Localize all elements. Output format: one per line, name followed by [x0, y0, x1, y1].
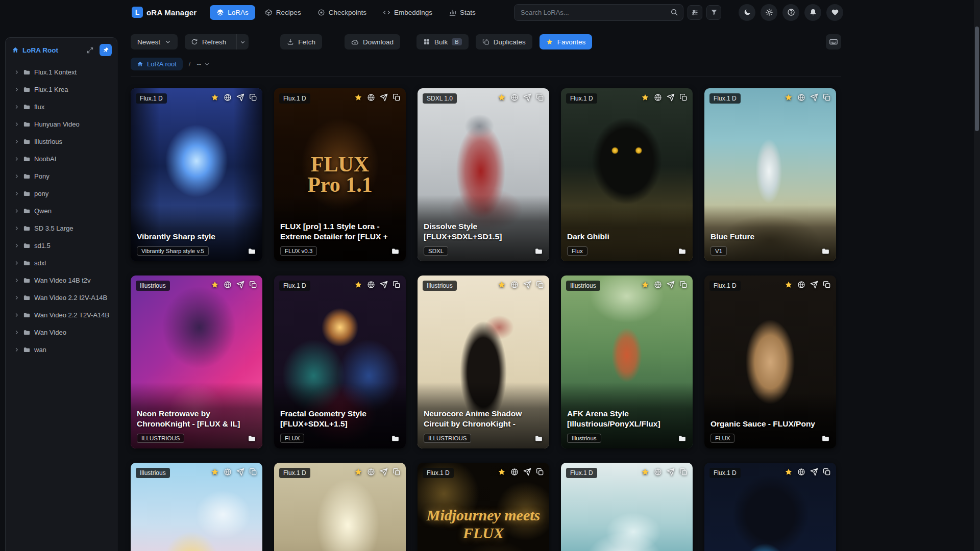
globe-icon[interactable]	[224, 468, 232, 476]
sidebar-folder-item[interactable]: Qwen	[10, 203, 113, 219]
chevron-right-icon[interactable]	[14, 330, 19, 335]
lora-card[interactable]: Flux.1 D	[561, 463, 693, 551]
globe-icon[interactable]	[797, 281, 805, 289]
refresh-menu-button[interactable]	[236, 34, 249, 49]
copy-icon[interactable]	[536, 468, 544, 476]
globe-icon[interactable]	[510, 281, 519, 289]
sidebar-folder-item[interactable]: sd1.5	[10, 237, 113, 254]
scrollbar-thumb[interactable]	[975, 27, 979, 131]
copy-icon[interactable]	[536, 93, 544, 102]
chevron-right-icon[interactable]	[14, 260, 19, 266]
copy-icon[interactable]	[249, 281, 257, 289]
globe-icon[interactable]	[797, 93, 805, 102]
sidebar-folder-item[interactable]: SD 3.5 Large	[10, 220, 113, 237]
favorites-nav-button[interactable]	[826, 4, 843, 21]
chevron-right-icon[interactable]	[14, 173, 19, 179]
copy-icon[interactable]	[536, 281, 544, 289]
notifications-button[interactable]	[804, 4, 821, 21]
help-button[interactable]	[782, 4, 799, 21]
favorite-star-icon[interactable]	[641, 281, 649, 289]
sidebar-folder-item[interactable]: Wan Video 2.2 T2V-A14B	[10, 307, 113, 323]
send-icon[interactable]	[667, 468, 675, 476]
send-icon[interactable]	[667, 93, 675, 102]
theme-toggle-button[interactable]	[739, 4, 755, 21]
chevron-right-icon[interactable]	[14, 104, 19, 110]
send-icon[interactable]	[810, 468, 818, 476]
open-folder-icon[interactable]	[678, 247, 687, 256]
globe-icon[interactable]	[654, 281, 662, 289]
globe-icon[interactable]	[224, 281, 232, 289]
send-icon[interactable]	[380, 468, 388, 476]
sidebar-folder-item[interactable]: Wan Video	[10, 324, 113, 341]
sidebar-folder-item[interactable]: NoobAI	[10, 151, 113, 167]
send-icon[interactable]	[380, 281, 388, 289]
chevron-right-icon[interactable]	[14, 312, 19, 318]
lora-card[interactable]: Flux.1 D Dark Ghibli Flux	[561, 88, 693, 261]
globe-icon[interactable]	[797, 468, 805, 476]
lora-card[interactable]: SDXL 1.0 Dissolve Style [FLUX+SDXL+SD1.5…	[418, 88, 549, 261]
send-icon[interactable]	[236, 468, 244, 476]
lora-card[interactable]: Illustrious Neurocore Anime Shadow Circu…	[418, 276, 549, 448]
sidebar-folder-item[interactable]: Flux.1 Krea	[10, 81, 113, 98]
send-icon[interactable]	[523, 281, 531, 289]
sidebar-folder-item[interactable]: Illustrious	[10, 133, 113, 150]
nav-tab-recipes[interactable]: Recipes	[258, 5, 308, 20]
page-scrollbar[interactable]	[974, 0, 980, 551]
favorite-star-icon[interactable]	[211, 468, 219, 476]
lora-card[interactable]: Flux.1 D Blue Future V1	[704, 88, 836, 261]
send-icon[interactable]	[236, 93, 244, 102]
copy-icon[interactable]	[823, 93, 831, 102]
favorite-star-icon[interactable]	[211, 281, 219, 289]
copy-icon[interactable]	[249, 468, 257, 476]
open-folder-icon[interactable]	[821, 434, 830, 443]
favorite-star-icon[interactable]	[354, 468, 362, 476]
sidebar-folder-item[interactable]: Flux.1 Kontext	[10, 64, 113, 81]
send-icon[interactable]	[523, 468, 531, 476]
lora-card[interactable]: Flux.1 D	[274, 463, 406, 551]
send-icon[interactable]	[667, 281, 675, 289]
globe-icon[interactable]	[224, 93, 232, 102]
chevron-right-icon[interactable]	[14, 278, 19, 283]
favorites-filter-button[interactable]: Favorites	[540, 34, 593, 49]
copy-icon[interactable]	[679, 468, 688, 476]
filter-sliders-button[interactable]	[688, 5, 702, 20]
copy-icon[interactable]	[823, 468, 831, 476]
chevron-right-icon[interactable]	[14, 156, 19, 162]
nav-tab-loras[interactable]: LoRAs	[210, 5, 255, 20]
breadcrumb-root[interactable]: LoRA root	[131, 58, 183, 70]
lora-card[interactable]: Illustrious AFK Arena Style [Illustrious…	[561, 276, 693, 448]
sidebar-folder-item[interactable]: Pony	[10, 168, 113, 185]
sidebar-folder-item[interactable]: pony	[10, 185, 113, 202]
favorite-star-icon[interactable]	[641, 468, 649, 476]
refresh-button[interactable]: Refresh	[185, 34, 232, 49]
chevron-right-icon[interactable]	[14, 295, 19, 300]
app-logo[interactable]: L oRA Manager	[132, 7, 197, 18]
lora-card[interactable]: FLUX Pro 1.1 Flux.1 D FLUX [pro] 1.1 Sty…	[274, 88, 406, 261]
chevron-right-icon[interactable]	[14, 139, 19, 144]
lora-card[interactable]: Midjourney meets FLUX Flux.1 D	[418, 463, 549, 551]
lora-card[interactable]: Flux.1 D Organic Sauce - FLUX/Pony FLUX	[704, 276, 836, 448]
sort-select[interactable]: Newest	[131, 34, 178, 49]
favorite-star-icon[interactable]	[641, 93, 649, 102]
settings-button[interactable]	[761, 4, 777, 21]
globe-icon[interactable]	[510, 468, 519, 476]
favorite-star-icon[interactable]	[354, 93, 362, 102]
duplicates-button[interactable]: Duplicates	[476, 34, 532, 49]
globe-icon[interactable]	[367, 468, 375, 476]
bulk-button[interactable]: Bulk B	[416, 34, 469, 49]
favorite-star-icon[interactable]	[498, 281, 506, 289]
search-icon[interactable]	[670, 8, 678, 16]
globe-icon[interactable]	[654, 468, 662, 476]
sidebar-folder-item[interactable]: Wan Video 2.2 I2V-A14B	[10, 289, 113, 306]
sidebar-folder-item[interactable]: Wan Video 14B t2v	[10, 272, 113, 289]
favorite-star-icon[interactable]	[785, 468, 793, 476]
favorite-star-icon[interactable]	[354, 281, 362, 289]
breadcrumb-current-dropdown[interactable]: --	[197, 60, 210, 68]
copy-icon[interactable]	[679, 93, 688, 102]
chevron-right-icon[interactable]	[14, 121, 19, 127]
expand-icon[interactable]	[86, 46, 94, 54]
chevron-right-icon[interactable]	[14, 191, 19, 196]
sidebar-folder-item[interactable]: wan	[10, 341, 113, 358]
send-icon[interactable]	[380, 93, 388, 102]
send-icon[interactable]	[810, 93, 818, 102]
